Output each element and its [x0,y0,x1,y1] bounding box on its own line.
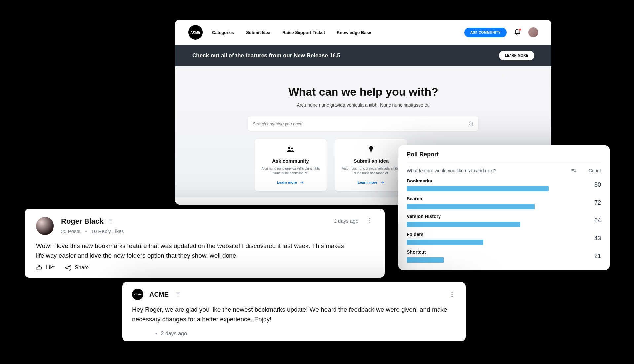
arrow-right-icon [380,180,385,185]
poll-row: Bookmarks80 [407,178,601,191]
post-time: 2 days ago [334,218,358,224]
kebab-icon[interactable] [448,291,456,298]
brand-logo[interactable]: ACME [188,25,203,40]
like-button[interactable]: Like [36,264,55,271]
arrow-right-icon [299,180,304,185]
poll-bar [407,186,549,191]
like-label: Like [46,265,55,271]
card-title: Ask community [261,158,320,164]
share-icon [65,264,71,271]
card-submit-idea[interactable]: Submit an idea Arcu nunc nunc gravida ve… [335,139,407,191]
poll-row-label: Folders [407,232,575,237]
poll-row-count: 43 [581,235,601,242]
card-learn-more-label: Learn more [277,181,297,184]
poll-row: Version History64 [407,214,601,227]
svg-point-7 [451,292,452,293]
poll-row-label: Version History [407,214,575,219]
author-reply-likes: 10 Reply Likes [91,228,124,234]
poll-bar [407,240,549,245]
poll-row-count: 64 [581,217,601,224]
post-body: Wow! I love this new bookmarks feature t… [36,241,346,261]
nav-categories[interactable]: Categories [212,30,234,35]
card-desc: Arcu nunc nunc gravida vehicula a nibh. … [261,166,320,176]
card-desc: Arcu nunc nunc gravida vehicula a nibh. … [342,166,401,176]
poll-row: Shortcut21 [407,249,601,263]
author-name[interactable]: Roger Black [61,217,103,226]
nav-links: Categories Submit Idea Raise Support Tic… [212,30,371,35]
svg-point-2 [369,220,370,221]
poll-row: Search72 [407,196,601,209]
reply-body: Hey Roger, we are glad you like the newe… [132,305,456,325]
kebab-icon[interactable] [366,217,373,224]
svg-point-9 [451,296,452,297]
share-button[interactable]: Share [65,264,89,271]
thumbs-up-icon [36,264,43,271]
card-learn-more[interactable]: Learn more [277,180,304,185]
poll-title: Poll Report [407,151,601,158]
poll-row-count: 80 [581,182,601,188]
people-icon [286,145,295,153]
user-avatar[interactable] [528,27,538,37]
card-learn-more[interactable]: Learn more [358,180,385,185]
poll-bar [407,222,549,227]
lightbulb-icon [367,145,375,153]
search-input[interactable] [253,121,468,126]
nav-knowledge-base[interactable]: Knowledge Base [337,30,371,35]
poll-header-row: What feature would you like us to add ne… [407,163,601,174]
learn-more-button[interactable]: LEARN MORE [499,51,534,60]
card-learn-more-label: Learn more [358,181,377,184]
nav-submit-idea[interactable]: Submit Idea [246,30,270,35]
reply-author-name: ACME [149,291,169,298]
nav-raise-ticket[interactable]: Raise Support Ticket [282,30,325,35]
poll-question: What feature would you like us to add ne… [407,168,566,173]
sort-icon[interactable] [571,168,577,174]
notifications-icon[interactable] [514,29,521,36]
search-box[interactable] [248,116,479,131]
poll-row-count: 72 [581,199,601,206]
search-icon [468,121,474,127]
svg-point-8 [451,294,452,295]
poll-row-label: Search [407,196,575,201]
poll-bar [407,257,549,263]
trophy-icon [175,291,181,298]
poll-row-label: Bookmarks [407,178,575,183]
hero-title: What can we help you with? [241,85,485,98]
poll-row-label: Shortcut [407,249,575,255]
top-nav: ACME Categories Submit Idea Raise Suppor… [175,20,551,45]
nav-right: ASK COMMUNITY [464,27,538,37]
release-banner: Check out all of the features from our N… [175,45,551,66]
author-avatar[interactable] [36,217,54,235]
poll-report: Poll Report What feature would you like … [398,145,610,270]
count-header: Count [581,168,601,173]
trophy-icon [107,218,114,225]
banner-text: Check out all of the features from our N… [192,52,340,59]
author-posts-count: 35 Posts [61,228,80,234]
community-post: Roger Black 35 Posts • 10 Reply Likes 2 … [25,209,385,278]
hero-subtitle: Arcu nunc nunc gravida vehicula a nibh. … [241,102,485,108]
reply-author-logo[interactable]: ACME [132,289,143,300]
reply-time: 2 days ago [161,331,187,337]
poll-bar [407,204,549,209]
card-title: Submit an idea [342,158,401,164]
share-label: Share [75,265,89,271]
svg-point-1 [369,218,370,219]
ask-community-button[interactable]: ASK COMMUNITY [464,28,507,37]
community-reply: ACME ACME Hey Roger, we are glad you lik… [122,282,466,341]
poll-row: Folders43 [407,232,601,245]
notification-dot-icon [518,28,522,31]
svg-point-3 [369,222,370,223]
poll-row-count: 21 [581,253,601,260]
card-ask-community[interactable]: Ask community Arcu nunc nunc gravida veh… [254,139,327,191]
